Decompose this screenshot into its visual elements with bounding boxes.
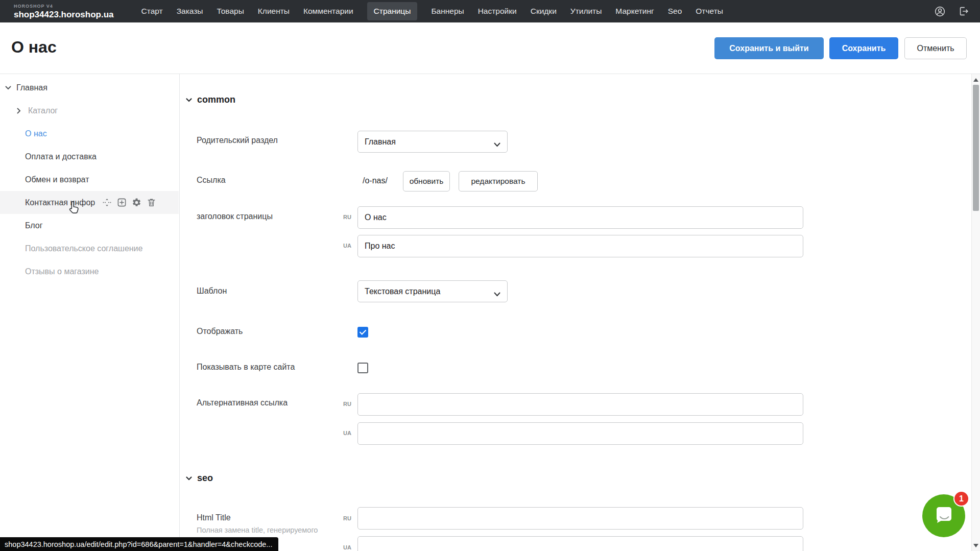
section-seo-title: seo [197, 473, 213, 484]
pages-tree: ГлавнаяКаталогО насОплата и доставкаОбме… [0, 76, 179, 283]
save-button[interactable]: Сохранить [829, 37, 898, 59]
sidebar-item-label: Отзывы о магазине [25, 267, 99, 276]
link-path-value: /o-nas/ [363, 176, 388, 185]
lang-badge-ua: UA [338, 243, 351, 249]
scroll-up-icon[interactable] [972, 76, 980, 84]
account-icon[interactable] [934, 6, 946, 17]
sidebar-item-label: Обмен и возврат [25, 175, 89, 184]
logo-domain-label: shop34423.horoshop.ua [14, 10, 114, 19]
parent-section-value: Главная [365, 137, 396, 147]
sidebar-item[interactable]: Каталог [0, 99, 179, 122]
chat-unread-badge[interactable]: 1 [953, 491, 969, 507]
parent-section-label: Родительский раздел [197, 136, 278, 145]
sidebar-item-label: Блог [25, 221, 43, 230]
sidebar-item-label: Каталог [28, 106, 58, 115]
sidebar-item[interactable]: Обмен и возврат [0, 168, 179, 191]
alt-link-label: Альтернативная ссылка [197, 398, 288, 408]
nav-tab[interactable]: Старт [141, 7, 163, 16]
hand-cursor-icon [66, 200, 81, 216]
template-select[interactable]: Текстовая страница [357, 280, 508, 302]
gear-icon[interactable] [132, 198, 141, 207]
section-common-title: common [197, 94, 235, 105]
nav-tab[interactable]: Отчеты [696, 7, 723, 16]
status-bar-link: shop34423.horoshop.ua/edit/edit.php?id=6… [0, 537, 278, 551]
alt-link-ru-input[interactable] [357, 393, 803, 416]
sidebar-item[interactable]: Контактная инфор [0, 191, 179, 214]
add-page-icon[interactable] [117, 198, 127, 207]
sidebar-item-label: Пользовательское соглашение [25, 244, 142, 253]
vertical-scrollbar[interactable] [971, 74, 980, 551]
parent-section-select[interactable]: Главная [357, 131, 508, 153]
section-seo[interactable]: seo [186, 473, 213, 484]
top-navbar: HOROSHOP V4 shop34423.horoshop.ua СтартЗ… [0, 0, 980, 22]
nav-tab[interactable]: Страницы [367, 2, 418, 20]
chevron-down-icon[interactable] [5, 85, 11, 91]
page-title-label: заголовок страницы [197, 212, 273, 221]
sidebar-item[interactable]: Отзывы о магазине [0, 260, 179, 283]
html-title-label: Html Title [197, 513, 231, 522]
sidebar-item[interactable]: Блог [0, 214, 179, 237]
page-title-ua-input[interactable] [357, 235, 803, 257]
display-checkbox[interactable] [357, 327, 368, 338]
scrollbar-thumb[interactable] [973, 85, 979, 211]
sidebar-item[interactable]: Пользовательское соглашение [0, 237, 179, 260]
nav-tab[interactable]: Комментарии [303, 7, 353, 16]
sidebar-item[interactable]: Главная [0, 76, 179, 99]
page-title-ru-input[interactable] [357, 206, 803, 229]
chat-bubble-icon [933, 504, 955, 528]
nav-right-icons [934, 6, 969, 17]
nav-tab[interactable]: Скидки [531, 7, 557, 16]
nav-tab[interactable]: Баннеры [431, 7, 464, 16]
link-label: Ссылка [197, 176, 226, 185]
sidebar-item-label: Контактная инфор [25, 198, 95, 207]
html-title-ru-input[interactable] [357, 507, 803, 530]
html-title-ua-input[interactable] [357, 536, 803, 551]
nav-tab[interactable]: Seo [668, 7, 682, 16]
link-update-button[interactable]: обновить [403, 171, 450, 191]
save-and-exit-button[interactable]: Сохранить и выйти [714, 37, 824, 59]
lang-badge-ru: RU [338, 515, 351, 521]
nav-tab[interactable]: Клиенты [258, 7, 290, 16]
chevron-right-icon[interactable] [17, 108, 23, 114]
sidebar: ГлавнаяКаталогО насОплата и доставкаОбме… [0, 74, 180, 551]
nav-tab[interactable]: Настройки [478, 7, 517, 16]
lang-badge-ru: RU [338, 401, 351, 407]
sidebar-item-label: Главная [16, 83, 47, 92]
nav-menu: СтартЗаказыТоварыКлиентыКомментарииСтран… [141, 2, 723, 20]
lang-badge-ua: UA [338, 430, 351, 436]
chevron-down-icon [186, 98, 192, 102]
section-common[interactable]: common [186, 94, 235, 105]
logout-icon[interactable] [958, 6, 969, 17]
trash-icon[interactable] [147, 198, 156, 207]
app-logo[interactable]: HOROSHOP V4 shop34423.horoshop.ua [14, 4, 114, 19]
page-title: О нас [11, 38, 57, 57]
sidebar-item[interactable]: О нас [0, 122, 179, 145]
nav-tab[interactable]: Заказы [177, 7, 203, 16]
display-label: Отображать [197, 327, 243, 336]
move-icon[interactable] [102, 198, 112, 207]
template-value: Текстовая страница [365, 287, 440, 296]
lang-badge-ru: RU [338, 214, 351, 220]
page-header: О нас Сохранить и выйти Сохранить Отмени… [0, 22, 980, 74]
scroll-down-icon[interactable] [972, 541, 980, 549]
sitemap-label: Показывать в карте сайта [197, 363, 295, 372]
cancel-button[interactable]: Отменить [904, 37, 967, 59]
nav-tab[interactable]: Маркетинг [615, 7, 654, 16]
lang-badge-ua: UA [338, 544, 351, 550]
logo-version-label: HOROSHOP V4 [14, 4, 114, 9]
nav-tab[interactable]: Утилиты [570, 7, 602, 16]
sidebar-item-label: Оплата и доставка [25, 152, 97, 161]
html-title-hint: Полная замена title, генерируемого [197, 526, 318, 534]
sidebar-item-actions [102, 198, 156, 207]
status-url: shop34423.horoshop.ua/edit/edit.php?id=6… [5, 540, 272, 548]
link-edit-button[interactable]: редактировать [459, 171, 538, 191]
chevron-down-icon [494, 290, 500, 299]
sidebar-item-label: О нас [25, 129, 47, 138]
chevron-down-icon [494, 140, 500, 149]
alt-link-ua-input[interactable] [357, 422, 803, 445]
nav-tab[interactable]: Товары [217, 7, 244, 16]
sidebar-item[interactable]: Оплата и доставка [0, 145, 179, 168]
template-label: Шаблон [197, 286, 227, 296]
sitemap-checkbox[interactable] [357, 363, 368, 373]
chevron-down-icon [186, 476, 192, 481]
